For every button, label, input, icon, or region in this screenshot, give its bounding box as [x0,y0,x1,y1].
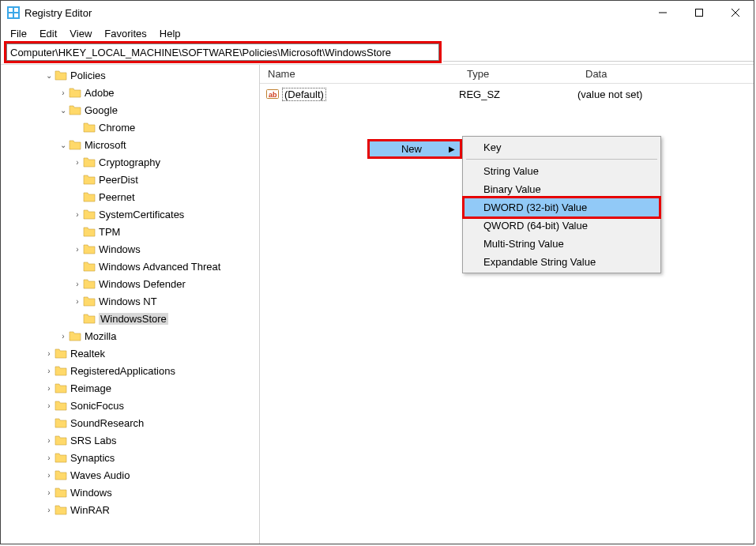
minimize-button[interactable] [645,1,681,24]
chevron-right-icon[interactable]: › [58,332,69,341]
col-header-name[interactable]: Name [260,68,459,80]
tree-node-label: TPM [99,226,120,238]
folder-icon [55,400,67,411]
tree-node-label: Synaptics [70,452,115,464]
tree-node[interactable]: ›Windows Defender [1,275,259,292]
tree-node-label: Policies [70,70,106,81]
tree-node[interactable]: PeerDist [1,171,259,188]
folder-icon [55,417,67,428]
window-title: Registry Editor [24,7,92,19]
tree-node[interactable]: WindowsStore [1,310,259,327]
tree-node-label: SystemCertificates [99,209,184,220]
close-button[interactable] [717,1,754,24]
svg-rect-1 [9,8,13,12]
tree-node[interactable]: ›Synaptics [1,449,259,466]
tree-node[interactable]: SoundResearch [1,414,259,431]
regedit-icon [7,6,20,19]
menubar: File Edit View Favorites Help [1,24,754,42]
chevron-right-icon[interactable]: › [72,280,83,288]
folder-icon [83,174,96,185]
menu-view[interactable]: View [63,26,98,41]
tree-node[interactable]: ›Realtek [1,345,259,362]
tree-node[interactable]: Peernet [1,188,259,205]
folder-icon [69,330,81,341]
maximize-button[interactable] [681,1,717,24]
context-menu-item[interactable]: Expandable String Value [465,253,659,271]
context-trigger-new[interactable]: New ▶ [367,139,462,159]
folder-icon [83,243,96,254]
chevron-right-icon[interactable]: › [43,367,55,375]
chevron-right-icon[interactable]: › [43,506,55,514]
col-header-data[interactable]: Data [577,68,754,80]
tree-node[interactable]: ›RegisteredApplications [1,362,259,379]
tree-node[interactable]: ›Adobe [1,84,259,101]
context-menu-item[interactable]: DWORD (32-bit) Value [462,196,661,219]
tree-node-label: Windows [99,243,141,255]
list-row[interactable]: ab (Default) REG_SZ (value not set) [260,85,754,103]
tree-pane[interactable]: ⌄Policies›Adobe⌄GoogleChrome⌄Microsoft›C… [1,65,260,544]
chevron-right-icon[interactable]: › [43,349,55,358]
menu-help[interactable]: Help [153,26,187,41]
tree-node-label: Windows Advanced Threat [99,261,220,273]
menu-edit[interactable]: Edit [33,26,63,41]
tree-node[interactable]: ›SRS Labs [1,431,259,449]
folder-icon [83,261,96,272]
chevron-right-icon[interactable]: › [43,454,55,462]
tree-node[interactable]: ›SystemCertificates [1,205,259,223]
folder-icon [83,226,96,237]
context-menu-item[interactable]: Key [465,138,659,156]
chevron-right-icon[interactable]: › [43,471,55,480]
chevron-right-icon[interactable]: › [72,245,83,254]
chevron-right-icon[interactable]: › [58,88,69,97]
folder-icon [55,365,67,376]
chevron-right-icon[interactable]: › [43,436,55,445]
tree-node-label: Mozilla [85,330,116,342]
col-header-type[interactable]: Type [459,68,577,80]
context-menu-item[interactable]: String Value [465,162,659,180]
menu-favorites[interactable]: Favorites [98,26,152,41]
chevron-right-icon[interactable]: › [43,401,55,410]
chevron-right-icon[interactable]: › [72,297,83,306]
address-text: Computer\HKEY_LOCAL_MACHINE\SOFTWARE\Pol… [10,47,391,58]
tree-node[interactable]: ›SonicFocus [1,397,259,414]
tree-node[interactable]: ›Reimage [1,379,259,397]
tree-node[interactable]: ›Windows [1,240,259,258]
chevron-right-icon[interactable]: › [72,210,83,219]
svg-rect-2 [14,8,18,12]
tree-node-label: Realtek [70,348,105,360]
chevron-down-icon[interactable]: ⌄ [43,71,55,80]
tree-node[interactable]: ⌄Policies [1,66,259,84]
tree-node-label: SRS Labs [70,435,117,446]
tree-node[interactable]: TPM [1,223,259,240]
svg-rect-6 [696,9,703,17]
folder-icon [83,191,96,202]
tree-node[interactable]: ›Mozilla [1,327,259,345]
tree-node[interactable]: ›WinRAR [1,501,259,518]
folder-icon [83,156,96,168]
folder-icon [83,209,96,220]
tree-node[interactable]: ›Windows [1,484,259,501]
string-value-icon: ab [266,88,279,100]
tree-node[interactable]: ⌄Microsoft [1,136,259,153]
tree-node[interactable]: ›Cryptography [1,153,259,171]
address-bar[interactable]: Computer\HKEY_LOCAL_MACHINE\SOFTWARE\Pol… [6,43,439,61]
context-menu-item[interactable]: QWORD (64-bit) Value [465,217,659,235]
chevron-down-icon[interactable]: ⌄ [58,106,69,115]
menu-separator [466,159,657,160]
chevron-right-icon[interactable]: › [43,384,55,393]
chevron-down-icon[interactable]: ⌄ [58,141,69,149]
value-type: REG_SZ [459,88,577,100]
folder-icon [55,348,67,359]
chevron-right-icon[interactable]: › [72,158,83,167]
tree-node[interactable]: ›Windows NT [1,292,259,310]
context-menu-item[interactable]: Multi-String Value [465,235,659,253]
submenu-arrow-icon: ▶ [449,145,455,153]
tree-node[interactable]: Chrome [1,119,259,136]
menu-file[interactable]: File [4,26,33,41]
folder-icon [83,122,96,133]
tree-node-label: Waves Audio [70,469,130,481]
chevron-right-icon[interactable]: › [43,488,55,497]
tree-node[interactable]: Windows Advanced Threat [1,258,259,275]
tree-node[interactable]: ›Waves Audio [1,466,259,484]
tree-node[interactable]: ⌄Google [1,101,259,119]
